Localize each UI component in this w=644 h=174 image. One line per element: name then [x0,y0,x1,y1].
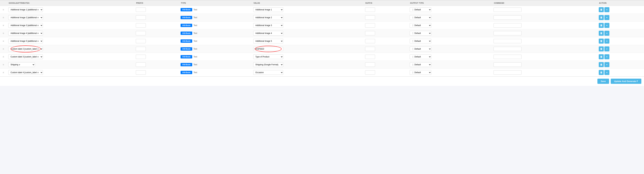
prefix-input[interactable] [136,55,146,59]
command-input[interactable] [494,62,522,67]
add-button[interactable]: + [604,23,610,28]
save-button[interactable]: Save [598,79,609,84]
googleattr-select[interactable]: Additional Image 2 [additional ∨ [8,15,43,20]
output-type-select[interactable]: ⋮ Default [410,70,431,75]
output-type-select[interactable]: ⋮ Default [410,39,431,43]
value-input[interactable] [253,47,283,51]
value-select[interactable]: Additional Image 1 [253,7,283,12]
value-select[interactable]: Additional Image 3 [253,23,283,28]
action-buttons: 🗑 + [599,54,642,59]
suffix-input[interactable] [365,15,375,20]
prefix-input[interactable] [136,15,146,20]
delete-button[interactable]: 🗑 [599,46,604,51]
add-button[interactable]: + [604,39,610,44]
add-button[interactable]: + [604,7,610,12]
command-input[interactable] [494,15,522,20]
col-header-prefix: PREFIX [134,0,179,6]
googleattr-select[interactable]: Custom label 3 [custom_label ∨ [8,54,43,59]
googleattr-select[interactable]: Custom label 2 [custom_label ∨ [8,47,43,51]
delete-button[interactable]: 🗑 [599,39,604,44]
command-input[interactable] [494,70,522,75]
suffix-input[interactable] [365,55,375,59]
type-badge: Attribute [180,39,192,43]
command-input[interactable] [494,55,522,59]
col-header-type: TYPE [179,0,252,6]
command-input[interactable] [494,8,522,12]
prefix-input[interactable] [136,62,146,67]
prefix-input[interactable] [136,8,146,12]
suffix-input[interactable] [365,8,375,12]
type-badge: Attribute [180,71,192,74]
delete-button[interactable]: 🗑 [599,70,604,75]
table-row: ≡Custom label 3 [custom_label ∨ Attribut… [0,53,644,61]
table-row: ≡ Custom label 2 [custom_label ∨ Attribu… [0,45,644,53]
output-type-select[interactable]: ⋮ Default [410,23,431,28]
prefix-input[interactable] [136,47,146,51]
googleattr-select[interactable]: Additional Image 3 [additional ∨ [8,23,43,28]
suffix-input[interactable] [365,31,375,35]
output-type-select[interactable]: ⋮ Default [410,47,431,51]
type-text: Text [194,48,197,50]
suffix-input[interactable] [365,23,375,28]
output-type-select[interactable]: ⋮ Default [410,31,431,36]
drag-handle-icon[interactable]: ≡ [2,48,5,50]
add-button[interactable]: + [604,70,610,75]
col-header-command: COMMAND [492,0,597,6]
add-button[interactable]: + [604,46,610,51]
delete-button[interactable]: 🗑 [599,62,604,67]
value-select[interactable]: Occasion [253,70,283,75]
drag-handle-icon[interactable]: ≡ [2,24,5,27]
prefix-input[interactable] [136,70,146,75]
prefix-input[interactable] [136,39,146,43]
googleattr-select[interactable]: Additional Image 4 [additional ∨ [8,31,43,36]
command-input[interactable] [494,31,522,35]
googleattr-select[interactable]: Additional Image 1 [additional ∨ [8,7,43,12]
delete-button[interactable]: 🗑 [599,54,604,59]
googleattr-select[interactable]: Custom label 4 [custom_label ∨ [8,70,43,75]
output-type-select[interactable]: ⋮ Default [410,15,431,20]
suffix-input[interactable] [365,47,375,51]
drag-handle-icon[interactable]: ≡ [2,63,5,66]
command-input[interactable] [494,23,522,28]
suffix-input[interactable] [365,70,375,75]
command-input[interactable] [494,47,522,51]
suffix-input[interactable] [365,62,375,67]
add-button[interactable]: + [604,62,610,67]
prefix-input[interactable] [136,23,146,28]
type-text: Text [194,63,197,66]
table-row: ≡Shipping ∨ Attribute Text Shipping (Goo… [0,61,644,69]
prefix-input[interactable] [136,31,146,35]
drag-handle-icon[interactable]: ≡ [2,71,5,74]
value-select[interactable]: Additional Image 5 [253,39,283,43]
suffix-input[interactable] [365,39,375,43]
delete-button[interactable]: 🗑 [599,31,604,36]
value-select[interactable]: Shipping (Google Format) [253,62,283,67]
googleattr-select[interactable]: Additional Image 5 [additional ∨ [8,39,43,43]
delete-button[interactable]: 🗑 [599,15,604,20]
output-type-select[interactable]: ⋮ Default [410,54,431,59]
value-select[interactable]: Additional Image 2 [253,15,283,20]
drag-handle-icon[interactable]: ≡ [2,16,5,19]
output-type-select[interactable]: ⋮ Default [410,7,431,12]
type-badge: Attribute [180,24,192,27]
drag-handle-icon[interactable]: ≡ [2,8,5,11]
value-select[interactable]: Additional Image 4 [253,31,283,36]
table-row: ≡Custom label 4 [custom_label ∨ Attribut… [0,69,644,76]
drag-handle-icon[interactable]: ≡ [2,40,5,42]
add-button[interactable]: + [604,31,610,36]
update-generate-button[interactable]: Update And Generate F [611,79,641,84]
value-select[interactable]: Type of Product [253,54,283,59]
drag-handle-icon[interactable]: ≡ [2,55,5,58]
add-button[interactable]: + [604,54,610,59]
type-text: Text [194,56,197,58]
col-header-outputtype: OUTPUT TYPE [408,0,492,6]
command-input[interactable] [494,39,522,43]
googleattr-select[interactable]: Shipping ∨ [8,62,35,67]
action-buttons: 🗑 + [599,39,642,44]
output-type-select[interactable]: ⋮ Default [410,62,431,67]
drag-handle-icon[interactable]: ≡ [2,32,5,35]
add-button[interactable]: + [604,15,610,20]
delete-button[interactable]: 🗑 [599,7,604,12]
type-text: Text [194,40,197,42]
delete-button[interactable]: 🗑 [599,23,604,28]
